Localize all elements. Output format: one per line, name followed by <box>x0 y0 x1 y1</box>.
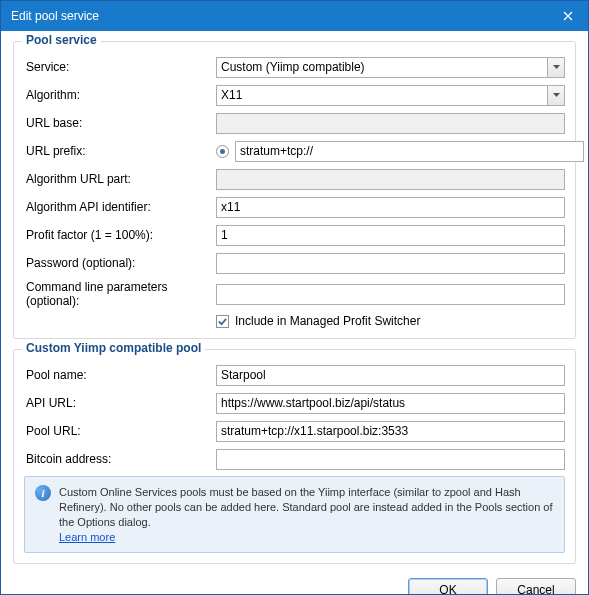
ok-button[interactable]: OK <box>408 578 488 595</box>
url-base-input <box>216 113 565 134</box>
algorithm-dropdown[interactable]: X11 <box>216 85 565 106</box>
api-url-label: API URL: <box>24 396 216 410</box>
custom-pool-group: Custom Yiimp compatible pool Pool name: … <box>13 349 576 564</box>
algo-url-part-label: Algorithm URL part: <box>24 172 216 186</box>
pool-url-label: Pool URL: <box>24 424 216 438</box>
info-message: Custom Online Services pools must be bas… <box>59 486 553 528</box>
titlebar: Edit pool service <box>1 1 588 31</box>
info-text: Custom Online Services pools must be bas… <box>59 485 554 544</box>
url-prefix-label: URL prefix: <box>24 144 216 158</box>
password-label: Password (optional): <box>24 256 216 270</box>
algorithm-dropdown-button[interactable] <box>548 85 565 106</box>
pool-name-label: Pool name: <box>24 368 216 382</box>
dialog-buttons: OK Cancel <box>13 574 576 595</box>
chevron-down-icon <box>553 65 560 69</box>
pool-url-input[interactable] <box>216 421 565 442</box>
algo-url-part-input <box>216 169 565 190</box>
close-icon <box>563 11 573 21</box>
bitcoin-addr-input[interactable] <box>216 449 565 470</box>
include-switcher-checkbox[interactable] <box>216 315 229 328</box>
service-dropdown[interactable]: Custom (Yiimp compatible) <box>216 57 565 78</box>
service-label: Service: <box>24 60 216 74</box>
include-switcher-label: Include in Managed Profit Switcher <box>235 314 420 328</box>
cmd-params-label: Command line parameters (optional): <box>24 280 216 308</box>
pool-name-input[interactable] <box>216 365 565 386</box>
learn-more-link[interactable]: Learn more <box>59 531 115 543</box>
close-button[interactable] <box>548 1 588 31</box>
url-prefix-radio-1[interactable] <box>216 145 229 158</box>
pool-service-title: Pool service <box>22 33 101 47</box>
profit-factor-input[interactable] <box>216 225 565 246</box>
info-icon: i <box>35 485 51 501</box>
profit-factor-label: Profit factor (1 = 100%): <box>24 228 216 242</box>
algorithm-value: X11 <box>216 85 548 106</box>
window-title: Edit pool service <box>11 9 548 23</box>
cancel-button[interactable]: Cancel <box>496 578 576 595</box>
info-box: i Custom Online Services pools must be b… <box>24 476 565 553</box>
cmd-params-input[interactable] <box>216 284 565 305</box>
algo-api-id-input[interactable] <box>216 197 565 218</box>
algo-api-id-label: Algorithm API identifier: <box>24 200 216 214</box>
dialog-content: Pool service Service: Custom (Yiimp comp… <box>1 31 588 595</box>
url-base-label: URL base: <box>24 116 216 130</box>
password-input[interactable] <box>216 253 565 274</box>
algorithm-label: Algorithm: <box>24 88 216 102</box>
custom-pool-title: Custom Yiimp compatible pool <box>22 341 205 355</box>
service-dropdown-button[interactable] <box>548 57 565 78</box>
chevron-down-icon <box>553 93 560 97</box>
service-value: Custom (Yiimp compatible) <box>216 57 548 78</box>
bitcoin-addr-label: Bitcoin address: <box>24 452 216 466</box>
pool-service-group: Pool service Service: Custom (Yiimp comp… <box>13 41 576 339</box>
api-url-input[interactable] <box>216 393 565 414</box>
url-prefix-input-1[interactable] <box>235 141 584 162</box>
